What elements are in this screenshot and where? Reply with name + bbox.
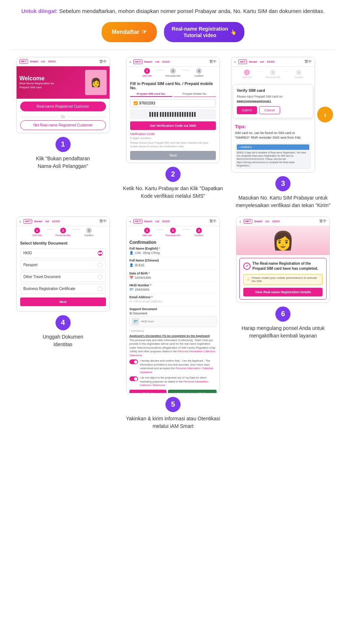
arrow-right-icon: › xyxy=(324,111,327,119)
si5-step-3: 3 Confirm xyxy=(190,228,208,237)
step-5-mockup: ‹ HKT Smart csl 1O1O 繁中 1 SIM Info xyxy=(126,216,220,393)
top-notice: Untuk diingat: Sebelum mendaftarkan, moh… xyxy=(11,7,335,15)
si4-step-2: 2 Personal Info xyxy=(54,228,72,237)
step-1-mockup: HKT Smart csl 1O1O 繁中 Welcome Real Name … xyxy=(16,57,110,133)
complete-title-text: The Real-name Registration of the Prepai… xyxy=(252,261,323,271)
confirm-name-en: Full Name (English) * 👤 LDK, Wing Ching xyxy=(129,247,217,255)
step-4-circle: 4 xyxy=(56,315,71,330)
notice-prefix: Untuk diingat: xyxy=(21,8,58,14)
si-circle-1: 1 xyxy=(144,68,150,74)
pic-link-1[interactable]: Personal Information Collection Statemen… xyxy=(140,367,213,374)
confirm-div-4 xyxy=(129,294,217,294)
simreg-preview: ‹ SIMREG [0000]: 9 days left to deadline… xyxy=(235,143,311,169)
brand-logos-6: HKT Smart csl 1O1O xyxy=(244,219,281,224)
back-arrow-4[interactable]: ‹ xyxy=(19,219,21,224)
si-circle-2: 2 xyxy=(170,68,176,74)
confirm-val-5[interactable]: ✉ Fill in email address xyxy=(129,300,217,303)
phone-5-content: Confirmation Full Name (English) * 👤 LDK… xyxy=(127,238,219,393)
toggle-text-1: I hereby declare and confirm that:- I am… xyxy=(140,359,217,374)
doc-option-business[interactable]: Business Registration Certificate xyxy=(20,284,106,294)
confirmation-title: Confirmation xyxy=(129,240,217,245)
phone-2-header: ‹ HKT Smart csl 1O1O 繁中 xyxy=(127,57,219,67)
support-doc-item: 🪪 HKID front xyxy=(129,316,217,327)
section-divider xyxy=(11,49,335,50)
si-label-3: Confirm xyxy=(195,75,204,77)
doc-option-travel[interactable]: Other Travel Document xyxy=(20,272,106,282)
not-registered-button[interactable]: Not Real-name Registered Customer xyxy=(20,120,106,130)
tutorial-button[interactable]: Real-name Registration Tutorial video 👆 xyxy=(164,22,244,42)
phone-4-header: ‹ HKT Smart csl 1O1O 繁中 xyxy=(17,217,110,226)
step-3-wrapper: ‹ HKT Smart csl 1O1O 繁中 1SIM Info xyxy=(231,57,335,173)
doc-option-hkid[interactable]: HKID xyxy=(20,248,106,258)
phone-4-content: Select Identity Document HKID Passport xyxy=(17,238,110,311)
back-arrow-6[interactable]: ‹ xyxy=(239,219,241,224)
step-2-text: Ketik No. Kartu Prabayar dan Klik "Dapat… xyxy=(121,185,225,200)
confirm-val-4: 🪪 Z6833655 xyxy=(129,288,217,291)
step-5-circle: 5 xyxy=(165,397,181,412)
si-step-3: 3 Confirm xyxy=(190,68,208,77)
brand-hkt-2: HKT xyxy=(133,59,142,64)
toggle-text-2: I do not object to the proposed use of m… xyxy=(140,376,217,388)
doc-option-passport-label: Passport xyxy=(23,263,37,267)
si4-step-1: 1 SIM Info xyxy=(28,228,46,237)
get-sms-button[interactable]: Get Verification Code via SMS xyxy=(130,121,216,130)
step-2-item: ‹ HKT Smart csl 1O1O 繁中 1 SIM Info xyxy=(121,57,225,209)
tab-mobile-no[interactable]: Prepaid Mobile No. xyxy=(174,92,216,97)
welcome-sub: Real Name Registration forPrepaid SIM ca… xyxy=(19,82,82,89)
back-arrow-3[interactable]: ‹ xyxy=(234,59,236,64)
verify-submit-button[interactable]: Submit xyxy=(237,106,257,114)
confirm-label-5: Email Address * xyxy=(129,295,217,299)
next-button-4[interactable]: Next xyxy=(20,298,106,306)
step-1-text: Klik "Bukan pendaftaranNama-Asli Pelangg… xyxy=(36,155,90,170)
confirm-btn-row: Submit Authentication via iAM Smart xyxy=(129,390,217,393)
doc-option-passport[interactable]: Passport xyxy=(20,260,106,270)
verify-cancel-button[interactable]: Cancel xyxy=(259,106,280,114)
iam-button[interactable]: Authentication via iAM Smart xyxy=(168,390,217,393)
confirm-val-3: 📅 03/06/1985 xyxy=(129,276,217,279)
registered-button[interactable]: Real-name Registered Customer xyxy=(20,102,106,111)
barcode-area: ▌▌▌▌ ▌▌▌▌▌▌▌▌▌▌▌▌▌▌▌ xyxy=(130,109,216,119)
back-arrow-2[interactable]: ‹ xyxy=(129,59,131,64)
person-icon-2: 👤 xyxy=(129,263,133,267)
tab-sim-card[interactable]: Prepaid SIM card No. xyxy=(130,92,172,97)
phone-1-content: Real-name Registered Customer Or Not Rea… xyxy=(17,99,110,133)
next-button-2[interactable]: Next xyxy=(130,151,216,160)
phone-1-header: HKT Smart csl 1O1O 繁中 xyxy=(17,57,110,66)
view-details-button[interactable]: View Real-name Registration Details xyxy=(243,288,323,296)
pic-link-2[interactable]: Personal Information Collection Statemen… xyxy=(140,380,208,387)
tips-text: SIM card no. can be found on SIM card or… xyxy=(235,131,311,140)
radio-hkid xyxy=(98,251,103,256)
sim-input[interactable]: 📶 97601593 xyxy=(130,99,216,107)
radio-travel xyxy=(98,274,103,279)
finger-icon: 👆 xyxy=(230,29,236,35)
next-arrow-circle[interactable]: › xyxy=(317,107,333,122)
brand-1010-2: 1O1O xyxy=(161,60,171,64)
submit-confirm-button[interactable]: Submit xyxy=(129,390,167,393)
brand-logos-1: HKT Smart csl 1O1O xyxy=(19,59,57,64)
back-arrow-5[interactable]: ‹ xyxy=(129,219,131,224)
mendaftar-button[interactable]: Mendaftar ☞ xyxy=(102,22,156,42)
calendar-icon: 📅 xyxy=(129,276,133,279)
complete-card: ✓ The Real-name Registration of the Prep… xyxy=(239,258,327,300)
toggle-row-2: I do not object to the proposed use of m… xyxy=(129,376,217,388)
radio-business xyxy=(98,286,103,291)
warning-box: ⚠ Please restart your mobile phone/devic… xyxy=(243,274,323,285)
person-icon-1: 👤 xyxy=(129,251,133,255)
card-icon: 🪪 xyxy=(129,288,133,291)
or-divider: Or xyxy=(20,115,106,119)
verify-dialog: Verify SIM card Please input Prepaid SIM… xyxy=(233,84,313,118)
declaration-link-1[interactable]: Personal Information Collection Statemen… xyxy=(129,350,215,357)
complete-person-image: 👩 xyxy=(236,226,329,255)
confirm-name-zh: Full Name (Chinese) 👤 徐永結 xyxy=(129,259,217,268)
brand-csl-2: csl xyxy=(154,60,160,64)
doc-option-business-label: Business Registration Certificate xyxy=(23,287,76,291)
or-text: Or xyxy=(61,115,65,119)
confirm-div-1 xyxy=(129,257,217,257)
toggle-1[interactable] xyxy=(129,359,138,364)
buttons-row: Mendaftar ☞ Real-name Registration Tutor… xyxy=(11,22,335,42)
toggle-row-1: I hereby declare and confirm that:- I am… xyxy=(129,359,217,374)
welcome-title: Welcome xyxy=(19,75,82,82)
warning-text: Please restart your mobile phone/device … xyxy=(252,276,319,283)
toggle-2[interactable] xyxy=(129,376,138,381)
step-3-text: Masukan No. Kartu SIM Prabayar untuk men… xyxy=(231,194,335,209)
